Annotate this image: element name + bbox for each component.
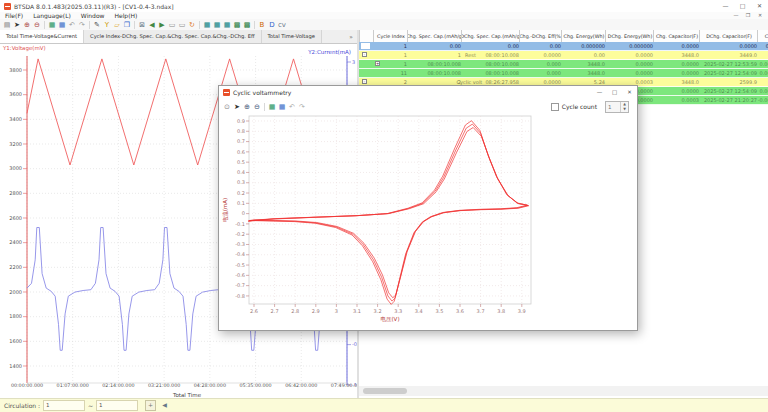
popup-minimize-button[interactable]: —	[592, 86, 607, 99]
column-header[interactable]: DChg. Energy(Wh)	[605, 30, 654, 42]
grid-view-2-icon[interactable]: ▦	[212, 20, 222, 30]
svg-text:-0.6: -0.6	[235, 272, 245, 278]
menu-item-filef[interactable]: File(F)	[0, 12, 28, 19]
close-button[interactable]: ✕	[751, 0, 768, 12]
copy-icon[interactable]: ❐	[122, 20, 132, 30]
chart-layers-icon[interactable]: ▦	[57, 20, 67, 30]
zoom-in-icon[interactable]: ⊕	[22, 20, 32, 30]
cell: 0.0000	[757, 87, 768, 95]
scrollbar-thumb[interactable]	[363, 388, 407, 394]
cyclic-voltammetry-window: Cyclic voltammetry — □ ✕ ⊙➤⊕⊖▦▦↶↷ Cycle …	[218, 85, 638, 331]
menu-item-helph[interactable]: Help(H)	[110, 12, 143, 19]
popup-close-button[interactable]: ✕	[622, 86, 637, 99]
folder-icon[interactable]: ▱	[112, 20, 122, 30]
mdi-restore-button[interactable]: ❐	[742, 12, 754, 19]
print-icon[interactable]: ▤	[2, 20, 12, 30]
horizontal-scrollbar[interactable]	[359, 386, 768, 396]
chart-image-icon[interactable]: ▦	[267, 102, 277, 112]
cell: 0.00	[407, 42, 461, 50]
svg-text:3.7: 3.7	[477, 308, 485, 314]
redo-icon[interactable]: ↷	[297, 102, 307, 112]
table-row[interactable]: 10.000.000.000.0000000.0000000.00000.000…	[359, 42, 768, 51]
grid-view-1-icon[interactable]: ▦	[202, 20, 212, 30]
popup-titlebar[interactable]: Cyclic voltammetry — □ ✕	[219, 86, 637, 99]
column-header[interactable]: DChg. Capacitor(F)	[699, 30, 758, 42]
column-header[interactable]: Chg. Capacitor(F)	[653, 30, 700, 42]
redo-icon[interactable]: ↷	[77, 20, 87, 30]
table-row[interactable]: +108:00:10.00808:00:10.0080.0003448.00.0…	[359, 60, 768, 69]
menu-item-languagel[interactable]: Language(L)	[28, 12, 76, 19]
cell: 08:00:10.008	[407, 60, 461, 68]
filter-icon[interactable]: Y	[102, 20, 112, 30]
zoom-out-icon[interactable]: ⊖	[252, 102, 262, 112]
tools-icon[interactable]: ⊠	[137, 20, 147, 30]
column-header[interactable]: Chg. Spec. Cap.(mAh/g)	[407, 30, 462, 42]
table-row[interactable]: 1108:00:10.00808:00:10.0080.0003448.00.0…	[359, 69, 768, 78]
jump-right-icon[interactable]: ▶	[157, 20, 167, 30]
cell: 08:00:10.008	[407, 69, 461, 77]
cycle-count-checkbox[interactable]	[551, 103, 559, 111]
tab-2[interactable]: Total Time-Voltage	[262, 30, 322, 43]
panel-left-icon[interactable]: ▭	[167, 20, 177, 30]
mdi-close-button[interactable]: ✕	[754, 12, 766, 19]
popup-maximize-button[interactable]: □	[607, 86, 622, 99]
toolbar-separator	[44, 21, 45, 29]
minimize-button[interactable]: —	[717, 0, 734, 12]
undo-icon[interactable]: ↶	[287, 102, 297, 112]
cell: 2025-02-27 12:53:59	[699, 60, 757, 68]
prev-arrow-button[interactable]: ◀	[160, 401, 169, 410]
tab-0[interactable]: Total Time-Voltage&Current	[0, 30, 84, 43]
pan-icon[interactable]: ⊙	[222, 102, 232, 112]
jump-left-icon[interactable]: ◀	[147, 20, 157, 30]
zoom-out-icon[interactable]: ⊖	[32, 20, 42, 30]
mdi-window-controls: — ❐ ✕	[730, 12, 766, 19]
cv-chart[interactable]: 2.62.72.82.933.13.23.33.43.53.63.73.83.9…	[219, 114, 639, 326]
svg-text:-0.8: -0.8	[235, 293, 245, 299]
maximize-button[interactable]: □	[734, 0, 751, 12]
menu-item-window[interactable]: Window	[76, 12, 110, 19]
popup-toolbar-icons: ⊙➤⊕⊖▦▦↶↷	[222, 102, 307, 112]
cycle-count-value[interactable]: 1	[606, 102, 620, 112]
svg-text:3.1: 3.1	[353, 308, 361, 314]
cv-view-icon[interactable]: cv	[277, 20, 287, 30]
column-header[interactable]: Ch	[757, 30, 768, 42]
tab-1[interactable]: Cycle Index-DChg. Spec. Cap.&Chg. Spec. …	[84, 30, 261, 43]
column-header[interactable]: Chg. Energy(Wh)	[561, 30, 606, 42]
battery-view-icon[interactable]: B	[257, 20, 267, 30]
pen-icon[interactable]: ✎	[92, 20, 102, 30]
export-excel-1-icon[interactable]: ▩	[232, 20, 242, 30]
cursor-icon[interactable]: ➤	[232, 102, 242, 112]
toolbar-separator	[134, 21, 135, 29]
svg-text:3.8: 3.8	[497, 308, 505, 314]
column-header[interactable]: Chg.-DChg. Eff(%)	[519, 30, 562, 42]
panel-right-icon[interactable]: ▭	[177, 20, 187, 30]
table-row[interactable]: -11Rest 08:00:10.0080.00000.000.00003448…	[359, 51, 768, 60]
cell: 0.000	[519, 60, 561, 68]
y1-axis-label: Y1:Voltage(mV)	[3, 45, 46, 51]
circulation-from-input[interactable]: 1	[43, 400, 85, 411]
circulation-to-input[interactable]: 1	[96, 400, 138, 411]
tab-overflow-icon[interactable]: »	[349, 30, 357, 43]
spinner-down-button[interactable]: ▼	[621, 107, 628, 112]
cycle-count-spinner[interactable]: 1 ▲ ▼	[605, 101, 629, 113]
cell: -0.0001	[757, 96, 768, 104]
collapse-icon[interactable]: -	[362, 79, 367, 84]
cursor-icon[interactable]: ➤	[12, 20, 22, 30]
zoom-in-icon[interactable]: ⊕	[242, 102, 252, 112]
chart-layers-icon[interactable]: ▦	[277, 102, 287, 112]
chart-image-icon[interactable]: ▦	[47, 20, 57, 30]
grid-view-3-icon[interactable]: ▦	[222, 20, 232, 30]
data-view-icon[interactable]: D	[267, 20, 277, 30]
toolbar-icons: ▤➤⊕⊖▦▦↶↷✎Y▱❐⊠◀▶▭▭↻▦▦▦▩▩BDcv	[2, 20, 287, 30]
cell: 0.00	[461, 42, 519, 50]
export-excel-2-icon[interactable]: ▩	[242, 20, 252, 30]
collapse-icon[interactable]: -	[362, 52, 367, 57]
column-header[interactable]	[359, 30, 374, 42]
undo-icon[interactable]: ↶	[67, 20, 77, 30]
circulation-apply-button[interactable]: +	[145, 400, 156, 411]
mdi-minimize-button[interactable]: —	[730, 12, 742, 19]
menubar: File(F)Language(L)WindowHelp(H) — ❐ ✕	[0, 12, 768, 19]
column-header[interactable]: DChg. Spec. Cap.(mAh/g)	[461, 30, 520, 42]
refresh-icon[interactable]: ↻	[187, 20, 197, 30]
column-header[interactable]: Cycle Index	[373, 30, 408, 42]
